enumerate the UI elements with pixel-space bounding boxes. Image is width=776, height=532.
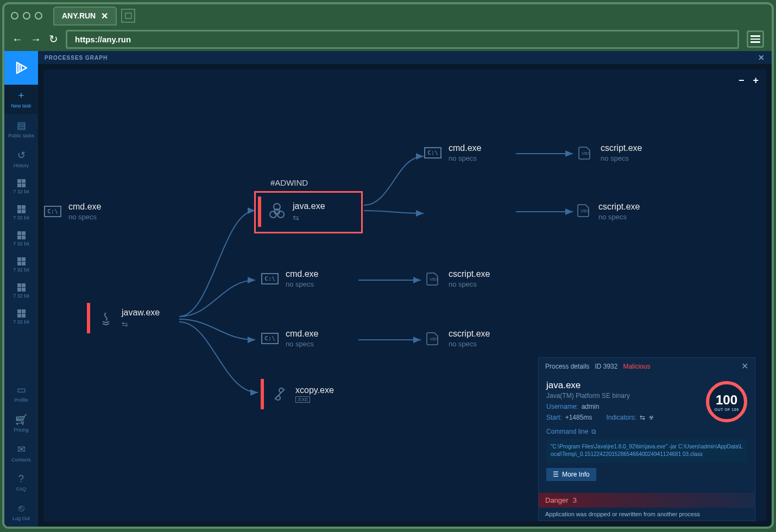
reload-icon[interactable]: ↻: [49, 33, 58, 46]
sidebar-pricing[interactable]: 🛒Pricing: [4, 408, 38, 438]
windows-icon: [17, 231, 26, 239]
process-node-cmd[interactable]: C:\ cmd.exeno specs: [424, 143, 481, 162]
sidebar-label: 7 32 bit: [13, 215, 29, 220]
node-sub: no specs: [286, 340, 318, 348]
sidebar-vm[interactable]: 7 32 bit: [4, 252, 38, 278]
vbs-icon: VBS: [424, 270, 442, 288]
process-node-cscript[interactable]: VBS cscript.exeno specs: [424, 269, 490, 288]
cmd-icon: C:\: [261, 270, 279, 288]
node-name: cmd.exe: [286, 329, 318, 339]
indicators-label: Indicators:: [606, 414, 636, 421]
danger-bar[interactable]: Danger 3: [539, 493, 755, 508]
process-node-cscript[interactable]: VBS cscript.exeno specs: [424, 329, 490, 348]
sidebar-vm[interactable]: 7 32 bit: [4, 304, 38, 330]
dot[interactable]: [35, 12, 42, 20]
zoom-out-icon[interactable]: −: [739, 75, 745, 86]
node-name: cmd.exe: [68, 202, 101, 212]
process-node-cscript[interactable]: VBS cscript.exeno specs: [576, 202, 640, 221]
node-name: javaw.exe: [122, 308, 160, 318]
help-icon: ?: [18, 473, 24, 485]
tab-title: ANY.RUN: [62, 11, 96, 20]
java-icon: [97, 309, 115, 327]
network-icon: ⇆: [122, 320, 160, 328]
back-icon[interactable]: ←: [12, 33, 23, 46]
sidebar-public-tasks[interactable]: ▤ Public tasks: [4, 114, 38, 144]
plus-icon: +: [18, 90, 24, 102]
mail-icon: ✉: [17, 444, 26, 455]
sidebar-vm[interactable]: 7 32 bit: [4, 174, 38, 200]
menu-icon[interactable]: [747, 30, 764, 48]
node-name: xcopy.exe: [295, 385, 334, 395]
details-status: Malicious: [623, 363, 650, 370]
process-node-xcopy[interactable]: xcopy.exe .EXE: [261, 379, 334, 409]
sidebar-label: FAQ: [16, 486, 26, 492]
node-name: cmd.exe: [449, 143, 481, 153]
close-icon[interactable]: ✕: [758, 53, 765, 62]
browser-tabs: ANY.RUN ✕: [4, 4, 772, 27]
node-name: cmd.exe: [286, 269, 318, 279]
process-node-javaw[interactable]: javaw.exe ⇆: [87, 303, 160, 333]
app-container: + New task ▤ Public tasks ↺ History 7 32…: [4, 51, 772, 527]
logo-icon[interactable]: [4, 51, 38, 85]
process-node-cscript[interactable]: VBS cscript.exeno specs: [576, 143, 642, 162]
list-icon: ☰: [553, 471, 559, 478]
cmd-icon: C:\: [424, 144, 442, 162]
process-node-cmd[interactable]: C:\ cmd.exeno specs: [261, 329, 318, 348]
zoom-in-icon[interactable]: +: [753, 75, 759, 86]
sidebar-label: 7 32 bit: [13, 293, 29, 299]
details-header: Process details ID 3932 Malicious ✕: [539, 358, 755, 375]
danger-message: Application was dropped or rewritten fro…: [539, 508, 755, 521]
window-dots: [11, 12, 42, 20]
forward-icon[interactable]: →: [30, 33, 41, 46]
panel-title: PROCESSES GRAPH: [45, 55, 108, 61]
details-title: Process details: [545, 363, 589, 370]
node-sub: no specs: [449, 340, 490, 348]
windows-icon: [17, 309, 26, 318]
node-sub: no specs: [598, 213, 640, 221]
sidebar-label: 7 32 bit: [13, 319, 29, 325]
zoom-controls: − +: [739, 75, 759, 86]
sidebar-contacts[interactable]: ✉Contacts: [4, 438, 38, 468]
process-node-cmd[interactable]: C:\ cmd.exeno specs: [261, 269, 318, 288]
browser-tab[interactable]: ANY.RUN ✕: [53, 7, 117, 26]
biohazard-icon: [268, 202, 286, 221]
windows-icon: [17, 257, 26, 265]
svg-text:VBS: VBS: [582, 151, 590, 156]
sidebar-label: New task: [11, 103, 31, 109]
sidebar-vm[interactable]: 7 32 bit: [4, 226, 38, 252]
cmd-icon: C:\: [43, 202, 62, 221]
sidebar-new-task[interactable]: + New task: [4, 85, 38, 114]
dot[interactable]: [11, 12, 18, 20]
copy-icon[interactable]: ⧉: [591, 428, 596, 435]
svg-text:VBS: VBS: [581, 208, 589, 213]
sidebar-vm[interactable]: 7 32 bit: [4, 200, 38, 226]
sidebar-label: Contacts: [11, 457, 31, 463]
sidebar-label: History: [14, 163, 29, 168]
main-area: PROCESSES GRAPH ✕ − +: [38, 51, 772, 527]
close-icon[interactable]: ✕: [741, 361, 748, 371]
dot[interactable]: [23, 12, 30, 20]
start-value: +1485ms: [565, 414, 592, 421]
sidebar-profile[interactable]: ▭Profile: [4, 378, 38, 408]
tools-icon: [270, 385, 289, 403]
windows-icon: [17, 205, 26, 213]
logout-icon: ⎋: [18, 503, 24, 514]
new-tab-button[interactable]: [121, 9, 135, 23]
details-pid: ID 3932: [595, 363, 617, 370]
url-bar[interactable]: https://any.run: [66, 30, 739, 49]
sidebar-history[interactable]: ↺ History: [4, 144, 38, 174]
sidebar-label: Profile: [14, 397, 28, 403]
history-icon: ↺: [17, 149, 26, 161]
sidebar-logout[interactable]: ⎋Log Out: [4, 497, 38, 527]
cart-icon: 🛒: [15, 414, 27, 426]
graph-area[interactable]: − +: [43, 69, 766, 521]
malware-indicator: [258, 197, 261, 227]
username-label: Username:: [546, 403, 578, 410]
close-icon[interactable]: ✕: [101, 11, 108, 21]
sidebar-faq[interactable]: ?FAQ: [4, 468, 38, 497]
sidebar: + New task ▤ Public tasks ↺ History 7 32…: [4, 51, 38, 527]
process-node-java[interactable]: java.exe ⇆: [258, 197, 325, 227]
more-info-button[interactable]: ☰ More Info: [546, 468, 596, 481]
process-node-cmd[interactable]: C:\ cmd.exeno specs: [43, 202, 101, 221]
sidebar-vm[interactable]: 7 32 bit: [4, 278, 38, 304]
